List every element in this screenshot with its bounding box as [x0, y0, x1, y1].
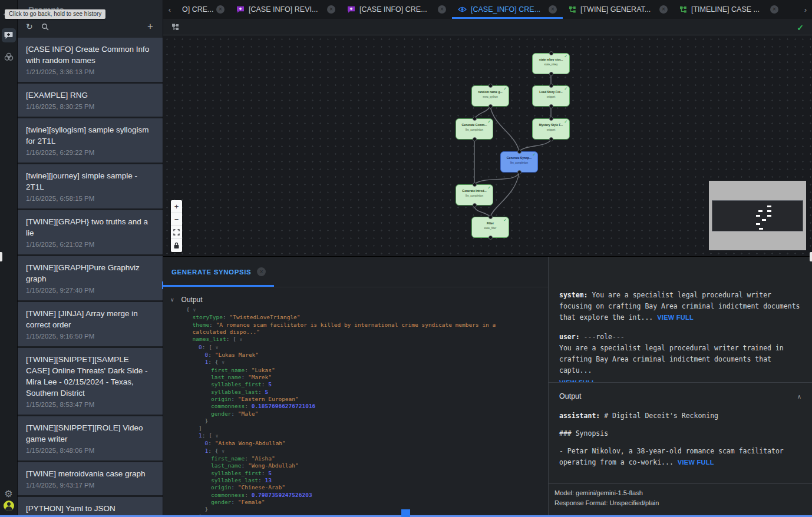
minimap-node: [767, 210, 771, 212]
json-token: :: [245, 492, 251, 498]
collapse-chevron-icon[interactable]: ∨: [240, 337, 243, 342]
graph-node[interactable]: ✓Mystery Style F...snippet: [532, 118, 570, 140]
check-icon: ✓: [564, 87, 567, 91]
list-item[interactable]: [TWINE] metroidvania case graph1/14/2025…: [18, 462, 163, 495]
knot-icon[interactable]: [2, 49, 16, 64]
fit-view-button[interactable]: [171, 226, 182, 239]
zoom-out-button[interactable]: −: [171, 213, 182, 226]
tab-o-cre-[interactable]: O] CRE...×: [176, 0, 230, 19]
collapse-chevron-icon[interactable]: ∨: [216, 345, 219, 350]
layout-graph-icon[interactable]: [171, 24, 180, 31]
json-line: calculated dispo...": [186, 329, 548, 336]
completion-output-section: Output ∧ assistant: # Digital Deceit's R…: [549, 383, 812, 483]
json-line: origin: "Chinese-Arab": [186, 484, 548, 491]
right-resize-handle[interactable]: [810, 252, 812, 261]
graph-minimap[interactable]: [709, 181, 806, 250]
user-message-text: You are a specialist legal procedural wr…: [559, 344, 784, 375]
list-item[interactable]: [twine][journey] simple sample - 2T1L1/1…: [18, 164, 163, 208]
json-token: [: [209, 432, 215, 439]
gear-icon[interactable]: ⚙: [2, 486, 16, 501]
tab--timeline-case-[interactable]: [TIMELINE] CASE ...×: [674, 0, 784, 19]
tab--twine-generat-[interactable]: [TWINE] GENERAT...×: [563, 0, 674, 19]
list-item[interactable]: [PYTHON] Yaml to JSON: [18, 497, 163, 517]
list-item[interactable]: [TWINE] [JINJA] Array merge in correct o…: [18, 302, 163, 346]
json-token: syllables_last: [211, 477, 258, 483]
prompt-title: [twine][syllogism] sample syllogism for …: [26, 124, 153, 147]
json-line: }: [186, 417, 548, 425]
json-line: last_name: "Wong-Abdullah": [186, 462, 548, 469]
collapse-chevron-icon[interactable]: ∨: [193, 307, 196, 313]
list-item[interactable]: [TWINE][SNIPPET][ROLE] Video game writer…: [18, 416, 163, 460]
json-token: :: [231, 499, 237, 505]
node-output-panel: GENERATE SYNOPSIS × ∨ Output { ∨storyTyp…: [163, 257, 548, 517]
json-token: commonness: [211, 492, 245, 498]
completion-panel: system: You are a specialist legal proce…: [548, 257, 812, 517]
json-token: origin: [211, 396, 231, 402]
json-token: gender: [211, 499, 231, 505]
prompts-chat-icon[interactable]: [2, 28, 16, 42]
prompt-timestamp: 1/21/2025, 3:36:13 PM: [26, 68, 153, 75]
list-item[interactable]: [TWINE][GRAPH]Pure Graphviz graph1/15/20…: [18, 256, 163, 300]
chevron-down-icon[interactable]: ∨: [170, 297, 174, 303]
graph-node[interactable]: ✓random name g...exec_python: [471, 85, 509, 107]
search-icon[interactable]: [41, 23, 49, 31]
node-subtitle: state_mkey: [533, 63, 569, 66]
tab-label: [CASE INFO] CRE...: [359, 5, 427, 14]
close-icon[interactable]: ×: [438, 5, 446, 14]
close-icon[interactable]: ×: [216, 5, 225, 14]
graph-node[interactable]: ✓Generate Comm...llm_completion: [455, 118, 493, 140]
json-token: :: [208, 440, 214, 446]
list-item[interactable]: [TWINE][SNIPPET][SAMPLE CASE] Online Thr…: [18, 348, 163, 415]
close-icon[interactable]: ×: [770, 5, 778, 14]
json-line: ]: [186, 425, 548, 432]
collapse-chevron-icon[interactable]: ∨: [216, 433, 219, 439]
close-icon[interactable]: ×: [257, 267, 266, 276]
tabs-scroll-right[interactable]: ›: [799, 0, 812, 19]
close-icon[interactable]: ×: [327, 5, 335, 14]
view-full-link[interactable]: VIEW FULL: [657, 314, 694, 321]
minimap-viewport[interactable]: [712, 200, 803, 231]
json-token: :: [202, 344, 209, 350]
view-full-link[interactable]: VIEW FULL: [678, 459, 714, 466]
json-token: "Aisha": [252, 455, 275, 462]
bottom-resize-handle[interactable]: [401, 509, 410, 517]
json-token: :: [209, 322, 216, 328]
prompt-timestamp: 1/16/2025, 6:29:22 PM: [26, 149, 153, 156]
close-icon[interactable]: ×: [659, 5, 668, 14]
json-token: {: [215, 448, 222, 454]
add-prompt-button[interactable]: +: [147, 21, 153, 32]
graph-node[interactable]: ✓Filterstate_filter: [471, 217, 509, 238]
tab--case-info-cre-[interactable]: [CASE_INFO] CRE...×: [452, 0, 563, 19]
json-token: :: [208, 359, 214, 365]
view-full-link[interactable]: VIEW FULL: [559, 379, 596, 382]
zoom-in-button[interactable]: +: [171, 200, 182, 213]
eye-icon: [458, 6, 467, 12]
tab--case-info-cre-[interactable]: [CASE INFO] CRE...×: [341, 0, 452, 19]
user-avatar[interactable]: [4, 501, 14, 511]
close-icon[interactable]: ×: [549, 5, 557, 14]
graph-node[interactable]: ✓state mkey stor...state_mkey: [532, 53, 570, 74]
graph-node[interactable]: ✓Load Story For...snippet: [532, 85, 570, 107]
tab--case-info-revi-[interactable]: [CASE INFO] REVI...×: [230, 0, 341, 19]
json-token: 0.18576966276721016: [252, 403, 316, 409]
lock-icon[interactable]: [171, 239, 182, 252]
json-token: gender: [211, 410, 231, 417]
json-token: last_name: [211, 462, 241, 469]
list-item[interactable]: [EXAMPLE] RNG1/16/2025, 8:30:25 PM: [18, 84, 163, 117]
left-resize-handle[interactable]: [0, 252, 2, 261]
graph-canvas[interactable]: ✓state mkey stor...state_mkey✓random nam…: [163, 35, 812, 256]
graph-node[interactable]: ✓Generate Synop...llm_completion: [500, 151, 538, 173]
collapse-chevron-icon[interactable]: ∨: [222, 449, 225, 454]
list-item[interactable]: [CASE INFO] Create Common Info with rand…: [18, 38, 163, 82]
list-item[interactable]: [twine][syllogism] sample syllogism for …: [18, 118, 163, 163]
tab-generate-synopsis[interactable]: GENERATE SYNOPSIS ×: [163, 257, 274, 287]
json-line: }: [186, 506, 548, 513]
list-item[interactable]: [TWINE][GRAPH} two truths and a lie1/16/…: [18, 210, 163, 254]
refresh-icon[interactable]: ↻: [26, 22, 33, 31]
chevron-up-icon[interactable]: ∧: [797, 391, 801, 402]
json-line: first_name: "Lukas": [186, 367, 548, 374]
chat-icon: [347, 5, 355, 14]
collapse-chevron-icon[interactable]: ∨: [222, 360, 225, 365]
graph-node[interactable]: ✓Generate Introd...llm_completion: [455, 184, 493, 206]
tabs-scroll-left[interactable]: ‹: [163, 0, 176, 19]
